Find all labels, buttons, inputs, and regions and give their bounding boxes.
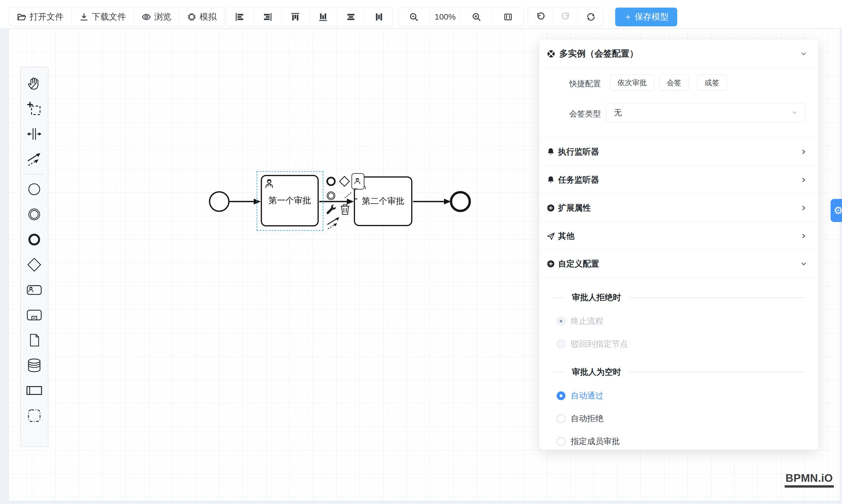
create-group[interactable] xyxy=(24,403,45,428)
task-first-approval[interactable]: 第一个审批 xyxy=(261,175,319,227)
global-connect-tool[interactable] xyxy=(24,147,45,172)
align-center-horizontal-button[interactable] xyxy=(337,8,365,26)
download-file-button[interactable]: 下载文件 xyxy=(71,8,134,26)
redo-button[interactable] xyxy=(553,8,578,26)
radio-label: 终止流程 xyxy=(571,316,603,327)
reset-button[interactable] xyxy=(578,8,603,26)
create-data-object[interactable] xyxy=(24,328,45,353)
settings-side-tab[interactable]: ⚙ xyxy=(830,199,842,222)
top-toolbar: 打开文件 下载文件 浏览 xyxy=(0,0,842,29)
quick-config-label: 快捷配置 xyxy=(560,78,601,89)
align-left-icon xyxy=(234,12,245,22)
create-end-event[interactable] xyxy=(24,227,45,252)
zoom-out-icon xyxy=(408,12,419,22)
chevron-right-icon xyxy=(800,204,808,212)
chevron-down-icon[interactable] xyxy=(800,50,808,58)
radio-auto-pass[interactable]: 自动通过 xyxy=(557,389,603,403)
hand-tool[interactable] xyxy=(24,71,45,96)
create-user-task[interactable] xyxy=(24,277,45,303)
lasso-tool[interactable] xyxy=(24,96,45,121)
create-data-store[interactable] xyxy=(24,353,45,378)
align-top-button[interactable] xyxy=(282,8,309,26)
section-other[interactable]: 其他 xyxy=(539,222,818,250)
end-event-circle xyxy=(451,192,470,211)
bpmn-io-logo: BPMN.iO xyxy=(785,472,834,488)
task-label: 第二个审批 xyxy=(362,195,404,207)
contextpad-append-end-event[interactable] xyxy=(324,175,337,188)
quick-option-countersign[interactable]: 会签 xyxy=(660,75,689,91)
preview-label: 浏览 xyxy=(154,11,171,23)
section-execution-listener[interactable]: 执行监听器 xyxy=(539,138,818,165)
section-extended-properties[interactable]: 扩展属性 xyxy=(539,194,818,222)
radio-auto-reject[interactable]: 自动拒绝 xyxy=(557,412,603,426)
space-tool[interactable] xyxy=(24,121,45,147)
divider xyxy=(629,372,805,372)
zoom-out-button[interactable] xyxy=(398,8,429,26)
quick-config-buttons: 依次审批 会签 或签 xyxy=(610,75,727,91)
contextpad-change-type-wrench[interactable] xyxy=(324,202,337,215)
empty-section-header: 审批人为空时 xyxy=(552,365,805,379)
panel-title: 多实例（会签配置） xyxy=(559,48,800,60)
undo-icon xyxy=(535,12,546,22)
gear-icon: ⚙ xyxy=(834,204,842,217)
contextpad-delete-trash[interactable] xyxy=(339,203,351,216)
user-task-person-icon xyxy=(265,178,277,191)
plus-icon: ＋ xyxy=(624,11,632,23)
open-file-button[interactable]: 打开文件 xyxy=(9,8,71,26)
radio-label: 驳回到指定节点 xyxy=(571,339,628,349)
create-start-event[interactable] xyxy=(24,177,45,202)
open-file-label: 打开文件 xyxy=(30,11,64,23)
file-tool-group: 打开文件 下载文件 浏览 xyxy=(9,7,225,26)
fit-viewport-icon xyxy=(503,12,513,22)
align-right-button[interactable] xyxy=(254,8,282,26)
task-label: 第一个审批 xyxy=(269,195,311,206)
section-custom-config[interactable]: 自定义配置 xyxy=(539,250,818,278)
zoom-level[interactable]: 100% xyxy=(429,8,461,26)
folder-open-icon xyxy=(17,12,27,22)
save-model-button[interactable]: ＋ 保存模型 xyxy=(615,7,677,26)
radio-icon xyxy=(557,414,565,423)
align-bottom-button[interactable] xyxy=(309,8,337,26)
create-intermediate-event[interactable] xyxy=(24,202,45,227)
countersign-type-select[interactable]: 无 xyxy=(606,103,805,122)
multi-instance-header[interactable]: 多实例（会签配置） xyxy=(539,39,818,68)
undo-button[interactable] xyxy=(528,8,553,26)
quick-option-orsign[interactable]: 或签 xyxy=(698,75,727,91)
create-gateway[interactable] xyxy=(24,252,45,277)
contextpad-connect-tool[interactable] xyxy=(325,215,341,231)
contextpad-append-gateway[interactable] xyxy=(338,175,351,188)
chevron-down-icon xyxy=(800,260,808,268)
section-label: 扩展属性 xyxy=(558,202,800,214)
create-participant-pool[interactable] xyxy=(24,378,45,403)
contextpad-text-annotation[interactable] xyxy=(344,187,359,200)
paper-plane-icon xyxy=(546,232,555,240)
quick-option-sequential[interactable]: 依次审批 xyxy=(610,75,654,91)
radio-icon xyxy=(557,317,565,326)
simulate-button[interactable]: 模拟 xyxy=(179,8,224,26)
section-task-listener[interactable]: 任务监听器 xyxy=(539,165,818,194)
radio-label: 指定成员审批 xyxy=(571,436,620,447)
radio-icon xyxy=(557,437,565,446)
radio-return-to-node[interactable]: 驳回到指定节点 xyxy=(557,337,628,351)
align-left-button[interactable] xyxy=(226,8,254,26)
section-label: 任务监听器 xyxy=(558,174,800,185)
radio-terminate-process[interactable]: 终止流程 xyxy=(557,314,603,328)
plus-circle-icon xyxy=(546,259,555,268)
divider xyxy=(552,297,564,298)
preview-button[interactable]: 浏览 xyxy=(134,8,179,26)
chevron-right-icon xyxy=(800,232,808,240)
section-label: 自定义配置 xyxy=(558,258,800,269)
chevron-down-icon xyxy=(791,109,799,116)
radio-assign-member[interactable]: 指定成员审批 xyxy=(557,434,620,448)
create-subprocess[interactable] xyxy=(24,303,45,328)
align-middle-vertical-button[interactable] xyxy=(365,8,393,26)
contextpad-append-intermediate-event[interactable] xyxy=(324,189,337,202)
chip-icon xyxy=(187,12,197,22)
zoom-in-button[interactable] xyxy=(461,8,492,26)
history-tool-group xyxy=(528,7,604,26)
align-center-horizontal-icon xyxy=(346,12,356,22)
multi-instance-icon xyxy=(546,49,556,58)
zoom-fit-button[interactable] xyxy=(492,8,524,26)
zoom-tool-group: 100% xyxy=(398,7,524,26)
zoom-in-icon xyxy=(471,12,482,22)
